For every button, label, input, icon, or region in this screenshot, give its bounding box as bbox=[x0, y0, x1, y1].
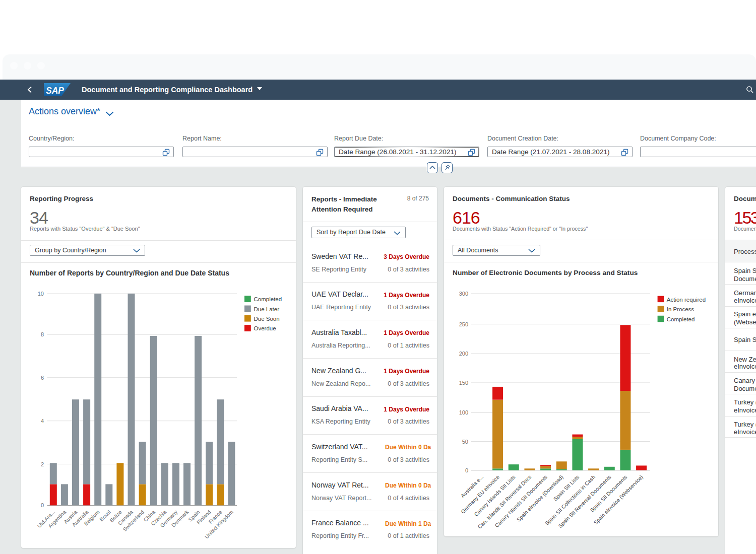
svg-text:Overdue: Overdue bbox=[254, 325, 276, 331]
svg-text:250: 250 bbox=[459, 321, 468, 327]
svg-text:Due Later: Due Later bbox=[254, 306, 280, 312]
svg-text:Action required: Action required bbox=[667, 297, 706, 303]
svg-text:SAP: SAP bbox=[46, 86, 64, 96]
svg-text:0: 0 bbox=[465, 467, 468, 473]
svg-text:100: 100 bbox=[459, 409, 468, 416]
svg-text:Completed: Completed bbox=[254, 296, 282, 302]
svg-text:4: 4 bbox=[41, 418, 44, 424]
svg-text:10: 10 bbox=[38, 291, 44, 297]
svg-text:200: 200 bbox=[459, 351, 468, 357]
svg-text:50: 50 bbox=[462, 439, 468, 445]
svg-text:6: 6 bbox=[41, 375, 44, 381]
svg-text:0: 0 bbox=[41, 502, 44, 508]
svg-text:8: 8 bbox=[41, 331, 44, 337]
svg-text:Due Soon: Due Soon bbox=[254, 316, 280, 322]
svg-text:150: 150 bbox=[459, 380, 468, 386]
svg-text:Completed: Completed bbox=[667, 316, 695, 322]
svg-text:300: 300 bbox=[459, 291, 468, 297]
svg-text:In Process: In Process bbox=[667, 306, 695, 312]
svg-text:2: 2 bbox=[41, 461, 44, 467]
